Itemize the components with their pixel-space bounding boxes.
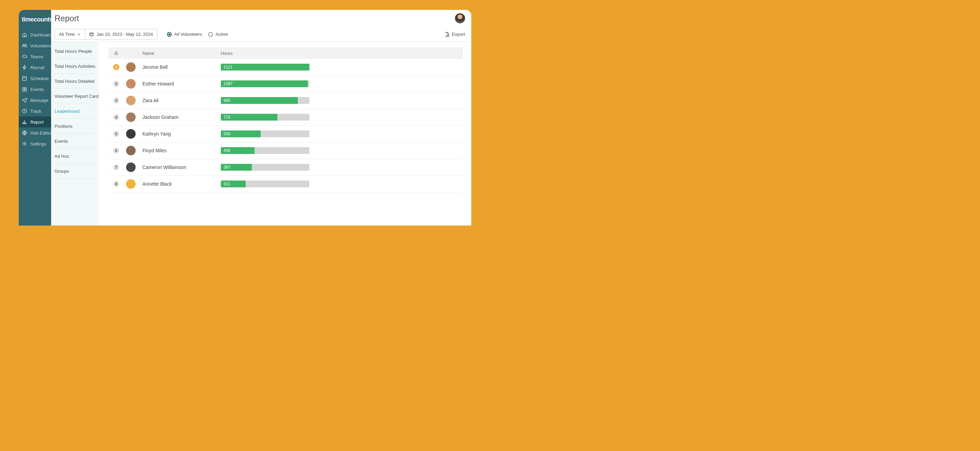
app-logo: timecounts [19, 13, 51, 29]
hours-value: 311 [221, 181, 246, 187]
hours-value: 430 [221, 147, 255, 154]
sidebar-item-label: Volunteers [30, 43, 51, 48]
radio-active[interactable]: Active [208, 32, 228, 37]
hours-bar: 500 [221, 130, 309, 137]
volunteer-name: Zara Ali [142, 98, 221, 103]
avatar [126, 146, 135, 155]
sidebar-item-schedule[interactable]: Schedule [19, 73, 51, 84]
leaderboard-header: Name Hours [108, 48, 463, 59]
hours-bar: 1121 [221, 64, 309, 70]
export-button[interactable]: Export [444, 32, 465, 37]
range-label: All Time [59, 32, 75, 37]
avatar [126, 179, 135, 189]
rank-badge: 6 [113, 148, 119, 154]
report-type-list: Total Hours PeopleTotal Hours Activities… [51, 42, 99, 226]
sidebar-item-hub-editor[interactable]: Hub Editor [19, 127, 51, 138]
svg-point-0 [23, 44, 24, 46]
sidebar-item-label: Settings [30, 141, 46, 146]
sidebar-item-report[interactable]: Report [19, 116, 51, 127]
sidebar-item-label: Report [30, 119, 44, 125]
sidebar-item-settings[interactable]: Settings [19, 138, 51, 149]
star-icon [22, 87, 27, 92]
volunteer-name: Jerome Bell [142, 64, 221, 70]
radio-active-label: Active [215, 32, 228, 37]
globe-icon [22, 130, 27, 136]
chart-icon [22, 119, 27, 125]
sidebar-item-volunteers[interactable]: Volunteers [19, 40, 51, 51]
topbar: Report [51, 10, 471, 27]
hours-bar: 980 [221, 97, 309, 104]
filter-bar: All Time Jan 10, 2023 - May 12, 2024 All… [51, 27, 471, 42]
hours-bar: 1097 [221, 80, 309, 87]
avatar [126, 129, 135, 139]
sidebar-item-label: Dashboard [30, 32, 51, 38]
volunteer-name: Kathryn Yang [142, 131, 221, 137]
hours-value: 1097 [221, 80, 308, 87]
svg-point-1 [25, 44, 26, 46]
avatar [126, 96, 135, 105]
sidebar-item-teams[interactable]: Teams [19, 51, 51, 62]
rank-badge: 3 [113, 97, 119, 103]
app-window: timecounts DashboardVolunteersTeamsRecru… [19, 10, 471, 226]
sidebar-item-label: Track [30, 109, 41, 114]
sidebar-item-message[interactable]: Message [19, 95, 51, 106]
table-row[interactable]: 8Annette Black311 [108, 176, 463, 192]
range-dropdown[interactable]: All Time [55, 29, 85, 40]
report-type-volunteer-report-card[interactable]: Volunteer Report Card [54, 89, 95, 104]
avatar [126, 113, 135, 122]
table-row[interactable]: 1Jerome Bell1121 [108, 59, 463, 76]
sidebar-item-recruit[interactable]: Recruit [19, 62, 51, 73]
hours-bar: 723 [221, 114, 309, 121]
table-row[interactable]: 3Zara Ali980 [108, 92, 463, 109]
sidebar: timecounts DashboardVolunteersTeamsRecru… [19, 10, 51, 226]
sidebar-item-label: Events [30, 87, 44, 92]
radio-all-label: All Volunteers [174, 32, 202, 37]
hours-bar: 311 [221, 181, 309, 187]
avatar [126, 162, 135, 172]
report-type-total-hours-people[interactable]: Total Hours People [54, 44, 95, 59]
report-type-positions[interactable]: Positions [54, 119, 95, 134]
sidebar-item-events[interactable]: Events [19, 84, 51, 95]
hours-bar: 387 [221, 164, 309, 171]
table-row[interactable]: 7Cameron Williamson387 [108, 159, 463, 176]
report-type-events[interactable]: Events [54, 134, 95, 149]
hours-bar: 430 [221, 147, 309, 154]
volunteer-filter-radios: All Volunteers Active [167, 32, 228, 37]
report-type-total-hours-activities[interactable]: Total Hours Activities [54, 59, 95, 74]
report-type-groups[interactable]: Groups [54, 164, 95, 179]
sidebar-item-label: Recruit [30, 65, 44, 70]
chevron-down-icon [77, 33, 81, 36]
content: Total Hours PeopleTotal Hours Activities… [51, 42, 471, 226]
rank-badge: 1 [113, 64, 119, 70]
sidebar-item-label: Schedule [30, 76, 49, 81]
report-type-total-hours-detailed[interactable]: Total Hours Detailed [54, 74, 95, 89]
sidebar-item-label: Teams [30, 54, 43, 59]
sidebar-item-label: Hub Editor [30, 130, 51, 136]
users-icon [22, 43, 27, 48]
export-label: Export [452, 32, 465, 37]
calendar-icon [22, 76, 27, 81]
radio-all-volunteers[interactable]: All Volunteers [167, 32, 202, 37]
radio-dot-icon [208, 32, 213, 37]
sidebar-item-dashboard[interactable]: Dashboard [19, 29, 51, 40]
user-avatar[interactable] [455, 13, 465, 24]
table-row[interactable]: 4Jackson Graham723 [108, 109, 463, 126]
avatar [126, 79, 135, 89]
date-range-picker[interactable]: Jan 10, 2023 - May 12, 2024 [85, 29, 157, 40]
rank-badge: 7 [113, 164, 119, 170]
rank-badge: 8 [113, 181, 119, 187]
avatar [126, 62, 135, 72]
bolt-icon [22, 65, 27, 70]
home-icon [22, 32, 27, 38]
report-type-ad-hoc[interactable]: Ad Hoc [54, 149, 95, 164]
col-hours: Hours [221, 51, 460, 56]
table-row[interactable]: 2Esther Howard1097 [108, 76, 463, 92]
report-type-leaderboard[interactable]: Leaderboard [54, 104, 95, 119]
svg-rect-2 [22, 77, 27, 80]
table-row[interactable]: 5Kathryn Yang500 [108, 126, 463, 142]
volunteer-name: Cameron Williamson [142, 165, 221, 170]
sidebar-item-track[interactable]: Track [19, 106, 51, 116]
table-row[interactable]: 6Floyd Miles430 [108, 142, 463, 159]
volunteer-name: Floyd Miles [142, 148, 221, 153]
hours-value: 980 [221, 97, 298, 104]
